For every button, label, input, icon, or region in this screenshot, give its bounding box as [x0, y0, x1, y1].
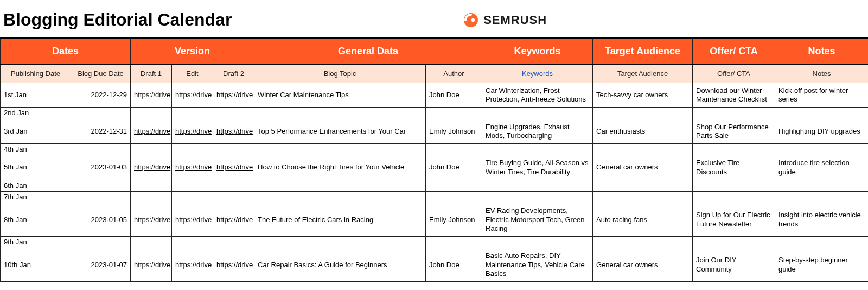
cell-audience: General car owners	[593, 155, 693, 180]
cell-author: John Doe	[426, 248, 482, 282]
cell-edit[interactable]: https://drive	[172, 203, 213, 237]
cell-draft-1[interactable]: https://drive	[131, 155, 172, 180]
cell-keywords	[482, 192, 593, 203]
cell-draft-1	[131, 144, 172, 155]
cell-topic: Winter Car Maintenance Tips	[254, 83, 426, 108]
cell-cta	[693, 144, 775, 155]
group-header-notes: Notes	[775, 38, 868, 65]
cell-notes	[775, 144, 868, 155]
cell-draft-1[interactable]: https://drive	[131, 83, 172, 108]
cell-notes: Highlighting DIY upgrades	[775, 119, 868, 144]
cell-author: Emily Johnson	[426, 203, 482, 237]
header: Blogging Editorial Calendar SEMRUSH	[0, 0, 868, 37]
cell-draft-1[interactable]: https://drive	[131, 248, 172, 282]
group-header-audience: Target Audience	[593, 38, 693, 65]
cell-draft-1[interactable]: https://drive	[131, 203, 172, 237]
cell-author	[426, 144, 482, 155]
cell-publishing-date: 6th Jan	[1, 180, 71, 191]
svg-point-1	[471, 18, 475, 21]
cell-audience	[593, 180, 693, 191]
cell-edit	[172, 237, 213, 248]
cell-draft-1	[131, 237, 172, 248]
cell-cta: Download our Winter Maintenance Checklis…	[693, 83, 775, 108]
cell-topic	[254, 108, 426, 119]
cell-draft-1	[131, 192, 172, 203]
cell-edit	[172, 180, 213, 191]
cell-cta: Exclusive Tire Discounts	[693, 155, 775, 180]
cell-draft-2	[213, 192, 254, 203]
cell-topic: Top 5 Performance Enhancements for Your …	[254, 119, 426, 144]
cell-due-date	[71, 180, 131, 191]
group-header-dates: Dates	[1, 38, 131, 65]
table-row: 10th Jan2023-01-07https://drivehttps://d…	[1, 248, 869, 282]
cell-edit	[172, 144, 213, 155]
cell-notes: Kick-off post for winter series	[775, 83, 868, 108]
cell-publishing-date: 7th Jan	[1, 192, 71, 203]
cell-publishing-date: 2nd Jan	[1, 108, 71, 119]
cell-draft-2[interactable]: https://drive	[213, 83, 254, 108]
table-row: 4th Jan	[1, 144, 869, 155]
cell-draft-2[interactable]: https://drive	[213, 248, 254, 282]
cell-audience	[593, 144, 693, 155]
cell-author	[426, 237, 482, 248]
table-row: 3rd Jan2022-12-31https://drivehttps://dr…	[1, 119, 869, 144]
cell-author	[426, 192, 482, 203]
cell-due-date: 2023-01-05	[71, 203, 131, 237]
cell-audience: Tech-savvy car owners	[593, 83, 693, 108]
cell-draft-2[interactable]: https://drive	[213, 119, 254, 144]
cell-draft-2	[213, 108, 254, 119]
col-keywords-link[interactable]: Keywords	[482, 65, 593, 83]
cell-keywords: Tire Buying Guide, All-Season vs Winter …	[482, 155, 593, 180]
cell-keywords	[482, 108, 593, 119]
cell-due-date: 2023-01-03	[71, 155, 131, 180]
cell-keywords: EV Racing Developments, Electric Motorsp…	[482, 203, 593, 237]
cell-author	[426, 180, 482, 191]
cell-due-date: 2022-12-31	[71, 119, 131, 144]
cell-cta	[693, 192, 775, 203]
cell-topic	[254, 237, 426, 248]
cell-topic	[254, 180, 426, 191]
cell-cta: Shop Our Performance Parts Sale	[693, 119, 775, 144]
semrush-icon	[463, 12, 479, 28]
brand-name: SEMRUSH	[483, 13, 547, 27]
cell-topic: Car Repair Basics: A Guide for Beginners	[254, 248, 426, 282]
cell-edit[interactable]: https://drive	[172, 248, 213, 282]
cell-due-date	[71, 108, 131, 119]
cell-author: John Doe	[426, 83, 482, 108]
col-draft-1: Draft 1	[131, 65, 172, 83]
cell-edit[interactable]: https://drive	[172, 155, 213, 180]
table-row: 9th Jan	[1, 237, 869, 248]
col-offer-cta: Offer/ CTA	[693, 65, 775, 83]
cell-topic: The Future of Electric Cars in Racing	[254, 203, 426, 237]
cell-audience: General car owners	[593, 248, 693, 282]
cell-draft-2[interactable]: https://drive	[213, 155, 254, 180]
cell-audience: Car enthusiasts	[593, 119, 693, 144]
cell-cta: Join Our DIY Community	[693, 248, 775, 282]
cell-draft-2	[213, 237, 254, 248]
cell-keywords: Engine Upgrades, Exhaust Mods, Turbochar…	[482, 119, 593, 144]
cell-publishing-date: 9th Jan	[1, 237, 71, 248]
col-draft-2: Draft 2	[213, 65, 254, 83]
cell-due-date: 2022-12-29	[71, 83, 131, 108]
group-header-keywords: Keywords	[482, 38, 593, 65]
cell-audience	[593, 108, 693, 119]
cell-due-date	[71, 192, 131, 203]
cell-audience	[593, 237, 693, 248]
cell-keywords: Basic Auto Repairs, DIY Maintenance Tips…	[482, 248, 593, 282]
brand-logo: SEMRUSH	[232, 12, 865, 28]
cell-edit[interactable]: https://drive	[172, 119, 213, 144]
table-row: 2nd Jan	[1, 108, 869, 119]
group-header-cta: Offer/ CTA	[693, 38, 775, 65]
col-publishing-date: Publishing Date	[1, 65, 71, 83]
table-row: 1st Jan2022-12-29https://drivehttps://dr…	[1, 83, 869, 108]
cell-draft-1	[131, 180, 172, 191]
cell-draft-1[interactable]: https://drive	[131, 119, 172, 144]
cell-topic	[254, 144, 426, 155]
cell-keywords	[482, 180, 593, 191]
cell-publishing-date: 5th Jan	[1, 155, 71, 180]
col-notes: Notes	[775, 65, 868, 83]
col-edit: Edit	[172, 65, 213, 83]
cell-draft-2[interactable]: https://drive	[213, 203, 254, 237]
cell-publishing-date: 8th Jan	[1, 203, 71, 237]
cell-edit[interactable]: https://drive	[172, 83, 213, 108]
